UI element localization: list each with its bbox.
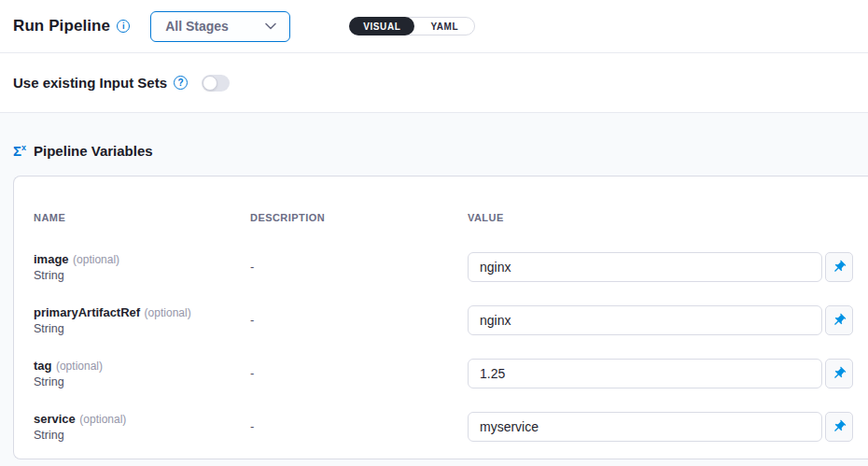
run-pipeline-header: Run Pipeline i All Stages VISUAL YAML <box>0 0 868 53</box>
pin-value-button[interactable] <box>825 252 853 282</box>
toggle-knob <box>203 76 217 91</box>
variable-description: - <box>250 419 468 433</box>
variable-type: String <box>34 374 250 390</box>
variables-card: NAME DESCRIPTION VALUE image (optional) … <box>13 176 868 459</box>
variable-optional-tag: (optional) <box>79 413 126 426</box>
variable-name: tag <box>34 359 52 373</box>
variable-type: String <box>34 268 250 284</box>
variable-value-input[interactable] <box>468 305 822 335</box>
pin-icon <box>829 416 850 437</box>
tab-visual[interactable]: VISUAL <box>349 17 414 35</box>
variable-description: - <box>250 313 468 327</box>
input-sets-toggle[interactable] <box>202 75 230 92</box>
pipeline-variables-section: Σx Pipeline Variables NAME DESCRIPTION V… <box>0 113 868 466</box>
variable-name-cell: primaryArtifactRef (optional) String <box>34 304 250 337</box>
variable-name: image <box>34 252 69 266</box>
column-header-name: NAME <box>34 212 250 223</box>
view-mode-toggle: VISUAL YAML <box>349 17 475 35</box>
variable-description: - <box>250 366 468 380</box>
variable-type: String <box>34 428 250 444</box>
page-title: Run Pipeline <box>13 17 110 35</box>
variable-optional-tag: (optional) <box>56 360 103 373</box>
variable-name-cell: tag (optional) String <box>34 357 250 390</box>
variable-description: - <box>250 260 468 274</box>
pin-icon <box>829 256 850 277</box>
sigma-variables-icon: Σx <box>13 144 26 158</box>
help-icon[interactable]: ? <box>174 76 188 90</box>
variable-name-cell: service (optional) String <box>34 410 250 444</box>
stage-selector-value: All Stages <box>165 19 229 34</box>
pin-value-button[interactable] <box>825 305 853 335</box>
column-header-description: DESCRIPTION <box>250 212 468 223</box>
table-row: primaryArtifactRef (optional) String - <box>34 293 853 346</box>
section-title: Pipeline Variables <box>34 143 153 159</box>
section-heading: Σx Pipeline Variables <box>13 143 153 159</box>
variable-value-cell <box>468 359 853 388</box>
pin-value-button[interactable] <box>825 412 853 442</box>
table-row: image (optional) String - <box>34 240 853 293</box>
variable-optional-tag: (optional) <box>145 306 191 319</box>
pin-value-button[interactable] <box>825 359 853 388</box>
info-icon[interactable]: i <box>117 20 130 33</box>
input-sets-band: Use existing Input Sets ? <box>0 53 868 113</box>
pin-icon <box>829 309 850 331</box>
input-sets-label: Use existing Input Sets <box>13 75 167 91</box>
variable-value-input[interactable] <box>468 359 822 388</box>
pin-icon <box>829 362 850 384</box>
variable-type: String <box>34 321 250 337</box>
variable-value-cell <box>468 305 853 335</box>
chevron-down-icon <box>265 22 276 30</box>
variable-value-input[interactable] <box>468 252 822 282</box>
table-row: tag (optional) String - <box>34 346 853 400</box>
variable-name-cell: image (optional) String <box>34 250 250 284</box>
variable-name: service <box>34 412 76 426</box>
variable-value-cell <box>468 252 853 282</box>
variable-name: primaryArtifactRef <box>34 305 140 319</box>
variable-optional-tag: (optional) <box>73 253 119 266</box>
tab-yaml[interactable]: YAML <box>414 18 474 35</box>
table-header-row: NAME DESCRIPTION VALUE <box>34 208 853 227</box>
column-header-value: VALUE <box>468 212 853 223</box>
variable-value-input[interactable] <box>468 412 822 442</box>
variable-value-cell <box>468 412 853 442</box>
table-row: service (optional) String - <box>34 400 853 453</box>
stage-selector-dropdown[interactable]: All Stages <box>150 11 290 42</box>
